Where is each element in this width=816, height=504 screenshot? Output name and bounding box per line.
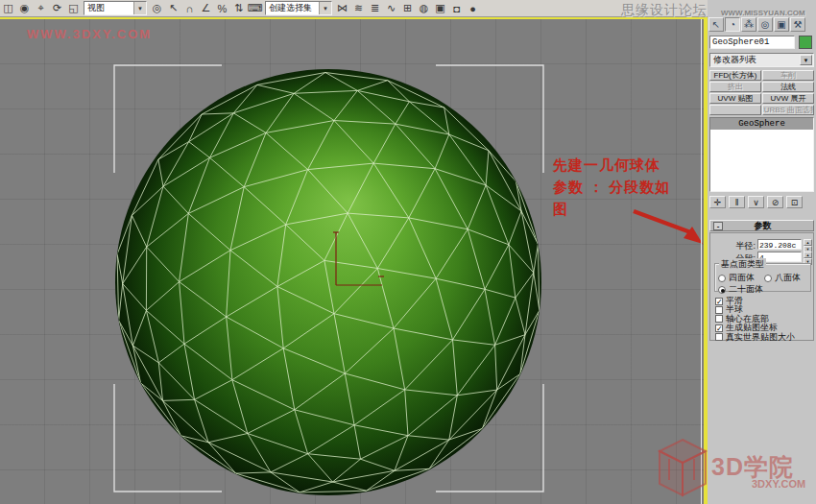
app-window: ◫◉⌖⟳◱视图▼◎↖∩∠%⇅⌨创建选择集▼⋈≋≣∿⊞◍▣◘● WWW.3DXY.… (0, 0, 816, 504)
object-name-field[interactable]: GeoSphere01 (709, 36, 795, 49)
reference-coordinate-dropdown[interactable]: 视图▼ (84, 1, 147, 15)
perspective-viewport[interactable]: WWW.3DXY.COM 先建一几何球体参数 ： 分段数如图 (0, 19, 704, 504)
select-and-rotate-icon[interactable]: ⟳ (49, 1, 65, 16)
radius-row: 半径: 239.208c ▲▼ (710, 239, 815, 251)
modifier-set-button: 挤出 (709, 82, 761, 92)
rendered-frame-icon[interactable]: ◘ (448, 1, 465, 16)
tab-motion[interactable]: ◎ (757, 17, 773, 32)
snap-toggle-3d-icon[interactable]: ∩ (181, 1, 198, 16)
modifier-stack[interactable]: GeoSphere (709, 117, 814, 192)
checkbox-真实世界贴图大小[interactable]: 真实世界贴图大小 (715, 331, 795, 344)
modifier-set-button[interactable]: UVW 展开 (762, 93, 814, 104)
chevron-down-icon[interactable]: ▼ (133, 2, 146, 14)
align-icon[interactable]: ≋ (350, 1, 367, 16)
modifier-set-button[interactable]: UVW 贴图 (709, 93, 761, 104)
command-panel: ↖◔⁂◎▣⚒ GeoSphere01 修改器列表 ▼ FFD(长方体)车削挤出法… (708, 0, 816, 504)
radio-dot[interactable] (764, 275, 772, 282)
stack-item[interactable]: GeoSphere (710, 118, 813, 130)
material-editor-icon[interactable]: ◍ (416, 1, 432, 16)
render-setup-icon[interactable]: ▣ (432, 1, 448, 16)
keyboard-override-icon[interactable]: ⌨ (247, 1, 263, 16)
parameters-rollout-header[interactable]: - 参数 (709, 220, 814, 231)
radio-dot[interactable] (718, 286, 726, 294)
tab-hierarchy[interactable]: ⁂ (741, 17, 756, 32)
modifier-set-button: 车削 (762, 70, 814, 81)
remove-modifier-icon[interactable]: ⊘ (767, 196, 783, 208)
radius-input[interactable]: 239.208c (757, 239, 802, 250)
viewport-edge-highlight (701, 19, 702, 504)
chevron-down-icon[interactable]: ▼ (800, 55, 812, 65)
annotation-line: 图 (553, 198, 704, 220)
spinner-up-icon[interactable]: ▲ (804, 239, 812, 246)
snaps-cycle-icon[interactable]: ◉ (16, 1, 33, 16)
schematic-view-icon[interactable]: ⊞ (399, 1, 416, 16)
spinner-snap-icon[interactable]: ⇅ (230, 1, 247, 16)
modifier-set-button (709, 105, 761, 115)
viewport-canvas (0, 19, 704, 504)
configure-modifier-sets-icon[interactable]: ⊡ (786, 196, 803, 208)
base-type-legend: 基点面类型 (719, 258, 766, 271)
angle-snap-icon[interactable]: ∠ (198, 1, 214, 16)
object-color-swatch[interactable] (799, 36, 812, 49)
reference-coordinate-value: 视图 (87, 2, 105, 14)
modifier-set-button: NURBS 曲面选择 (762, 105, 814, 115)
named-selection-set-value: 创建选择集 (269, 2, 312, 14)
select-and-manipulate-icon[interactable]: ↖ (165, 1, 181, 16)
tab-utilities[interactable]: ⚒ (790, 17, 805, 32)
show-end-result-icon[interactable]: ‖ (729, 196, 745, 208)
layer-manager-icon[interactable]: ≣ (367, 1, 383, 16)
rollout-title: 参数 (726, 220, 813, 232)
parameters-rollout-body: 半径: 239.208c ▲▼ 分段: 4 ▲▼ 基点面类型 四面体八面体二十面… (709, 232, 814, 341)
chevron-down-icon[interactable]: ▼ (319, 2, 331, 14)
modifier-set-button[interactable]: 法线 (762, 82, 814, 92)
pin-stack-icon[interactable]: ✛ (709, 196, 726, 208)
select-and-scale-icon[interactable]: ◱ (65, 1, 82, 16)
spinner-up-icon[interactable]: ▲ (804, 252, 812, 258)
stack-toolbar: ✛‖∨⊘⊡ (709, 195, 814, 209)
quick-render-icon[interactable]: ● (465, 1, 481, 16)
modifier-list-dropdown[interactable]: 修改器列表 ▼ (709, 53, 814, 67)
named-selection-set-dropdown[interactable]: 创建选择集▼ (265, 1, 332, 15)
modifier-list-label: 修改器列表 (713, 54, 756, 66)
make-unique-icon[interactable]: ∨ (748, 196, 764, 208)
radio-dot[interactable] (718, 275, 726, 282)
modifier-buttons: FFD(长方体)车削挤出法线UVW 贴图UVW 展开NURBS 曲面选择 (709, 70, 814, 115)
main-toolbar: ◫◉⌖⟳◱视图▼◎↖∩∠%⇅⌨创建选择集▼⋈≋≣∿⊞◍▣◘● (0, 0, 816, 17)
mirror-icon[interactable]: ⋈ (334, 1, 350, 16)
viewport-watermark: WWW.3DXY.COM (27, 27, 152, 41)
annotation-line: 先建一几何球体 (553, 154, 704, 176)
select-region-icon[interactable]: ◫ (0, 1, 16, 16)
segments-spinner[interactable]: ▲▼ (804, 252, 812, 262)
object-name-row: GeoSphere01 (709, 36, 814, 49)
tab-display[interactable]: ▣ (774, 17, 789, 32)
tab-create[interactable]: ↖ (708, 17, 724, 32)
annotation-line: 参数 ： 分段数如 (553, 176, 704, 198)
checkbox-label: 真实世界贴图大小 (726, 331, 795, 344)
radio-八面体[interactable]: 八面体 (764, 272, 801, 284)
use-pivot-center-icon[interactable]: ◎ (149, 1, 165, 16)
modifier-set-button[interactable]: FFD(长方体) (709, 70, 761, 81)
select-and-move-icon[interactable]: ⌖ (33, 1, 49, 16)
radius-spinner[interactable]: ▲▼ (804, 239, 812, 250)
checkbox-box[interactable] (715, 333, 723, 341)
radio-label: 八面体 (775, 272, 801, 284)
percent-snap-icon[interactable]: % (214, 1, 230, 16)
tab-modify[interactable]: ◔ (725, 17, 740, 32)
tutorial-annotation: 先建一几何球体参数 ： 分段数如图 (553, 154, 704, 220)
curve-editor-icon[interactable]: ∿ (383, 1, 399, 16)
command-panel-tabs: ↖◔⁂◎▣⚒ (708, 17, 815, 33)
collapse-icon[interactable]: - (713, 222, 723, 230)
